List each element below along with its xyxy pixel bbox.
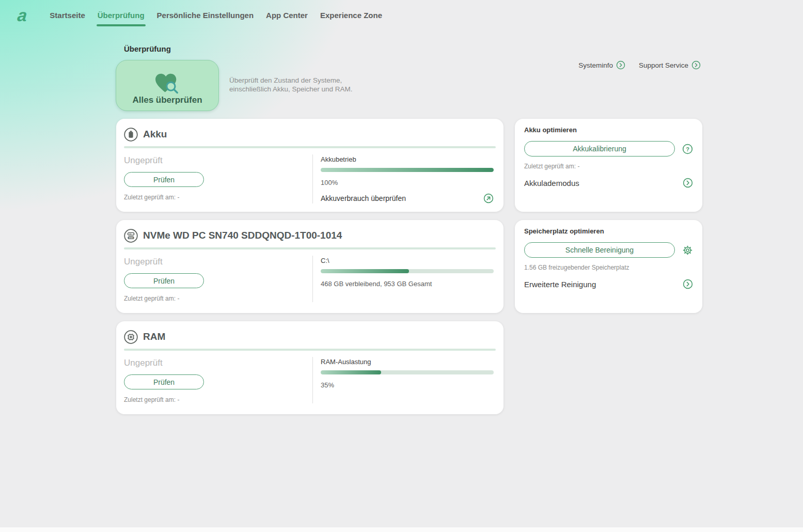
circled-chevron-right-icon [683,279,693,289]
storage-card: SSD NVMe WD PC SN740 SDDQNQD-1T00-1014 U… [116,220,503,313]
storage-optimize-title: Speicherplatz optimieren [524,227,693,235]
storage-card-header: SSD NVMe WD PC SN740 SDDQNQD-1T00-1014 [124,226,496,245]
battery-status: Ungeprüft [124,155,312,166]
storage-card-title: NVMe WD PC SN740 SDDQNQD-1T00-1014 [143,230,342,241]
storage-meter-label: C:\ [321,257,494,264]
advanced-clean-link[interactable]: Erweiterte Reinigung [524,279,693,289]
header-divider [124,146,496,148]
support-service-link[interactable]: Support Service [639,60,701,70]
ram-meter-fill [321,370,381,374]
tab-app-center[interactable]: App Center [266,0,308,30]
svg-text:SSD: SSD [129,236,133,239]
bottom-strip [0,527,803,532]
svg-text:?: ? [686,146,689,152]
storage-last-checked: Zuletzt geprüft am: - [124,295,312,302]
battery-usage-link-label: Akkuverbrauch überprüfen [321,194,406,202]
circled-chevron-right-icon [691,60,701,70]
battery-card: Akku Ungeprüft Prüfen Zuletzt geprüft am… [116,119,503,212]
battery-last-checked: Zuletzt geprüft am: - [124,194,312,201]
quick-clean-button[interactable]: Schnelle Bereinigung [524,242,675,258]
advanced-clean-label: Erweiterte Reinigung [524,280,596,289]
ram-card-header: RAM [124,327,496,346]
storage-meter-fill [321,269,409,273]
battery-charge-mode-link[interactable]: Akkulademodus [524,178,693,188]
quick-links: Systeminfo Support Service [578,60,701,70]
tab-persoenliche-einstellungen[interactable]: Persönliche Einstellungen [157,0,254,30]
battery-check-button[interactable]: Prüfen [124,172,204,187]
battery-meter-label: Akkubetrieb [321,155,494,163]
ram-last-checked: Zuletzt geprüft am: - [124,396,312,403]
tab-experience-zone[interactable]: Experience Zone [320,0,382,30]
tab-ueberpruefung[interactable]: Überprüfung [98,0,145,30]
ram-meter-label: RAM-Auslastung [321,358,494,366]
circled-arrow-up-right-icon [483,193,494,204]
battery-meter-value: 100% [321,179,494,186]
ram-card: RAM Ungeprüft Prüfen Zuletzt geprüft am:… [116,321,503,414]
circled-chevron-right-icon [616,60,625,70]
header-divider [124,247,496,249]
storage-meter [321,269,494,273]
battery-optimize-card: Akku optimieren Akkukalibrierung ? Zulet… [515,119,702,212]
storage-status: Ungeprüft [124,257,312,267]
main-content: Akku Ungeprüft Prüfen Zuletzt geprüft am… [116,119,702,423]
help-icon[interactable]: ? [682,144,693,154]
battery-icon [124,128,138,142]
optimize-column: Akku optimieren Akkukalibrierung ? Zulet… [515,119,702,423]
header-divider [124,349,496,351]
ram-meter-value: 35% [321,381,494,389]
memory-chip-icon [124,330,138,344]
circled-chevron-right-icon [683,178,693,188]
systeminfo-link-label: Systeminfo [578,61,613,69]
battery-meter [321,168,494,172]
battery-card-header: Akku [124,125,496,144]
battery-meter-fill [321,168,494,172]
acer-logo: a [17,7,28,24]
systeminfo-link[interactable]: Systeminfo [578,60,625,70]
storage-meter-value: 468 GB verbleibend, 953 GB Gesamt [321,280,494,288]
top-nav: a Startseite Überprüfung Persönliche Ein… [0,0,803,30]
ram-meter [321,370,494,374]
battery-charge-mode-label: Akkulademodus [524,179,579,187]
ram-card-title: RAM [143,331,165,342]
device-column: Akku Ungeprüft Prüfen Zuletzt geprüft am… [116,119,503,423]
tab-startseite[interactable]: Startseite [50,0,85,30]
ssd-icon: SSD [124,229,138,243]
storage-check-button[interactable]: Prüfen [124,273,204,288]
check-all-label: Alles überprüfen [132,95,202,105]
battery-calibration-button[interactable]: Akkukalibrierung [524,141,675,157]
page-title: Überprüfung [124,44,171,53]
battery-usage-link[interactable]: Akkuverbrauch überprüfen [321,193,494,204]
storage-optimize-card: Speicherplatz optimieren Schnelle Berein… [515,220,702,313]
ram-status: Ungeprüft [124,358,312,368]
storage-optimize-subtext: 1.56 GB freizugebender Speicherplatz [524,264,693,271]
support-service-link-label: Support Service [639,61,688,69]
heart-search-icon [154,72,181,96]
battery-optimize-last-checked: Zuletzt geprüft am: - [524,163,693,170]
ram-check-button[interactable]: Prüfen [124,374,204,389]
gear-icon[interactable] [682,245,693,256]
check-all-button[interactable]: Alles überprüfen [116,60,219,111]
battery-optimize-title: Akku optimieren [524,126,693,134]
battery-card-title: Akku [143,129,167,140]
check-all-description: Überprüft den Zustand der Systeme, einsc… [229,76,379,94]
